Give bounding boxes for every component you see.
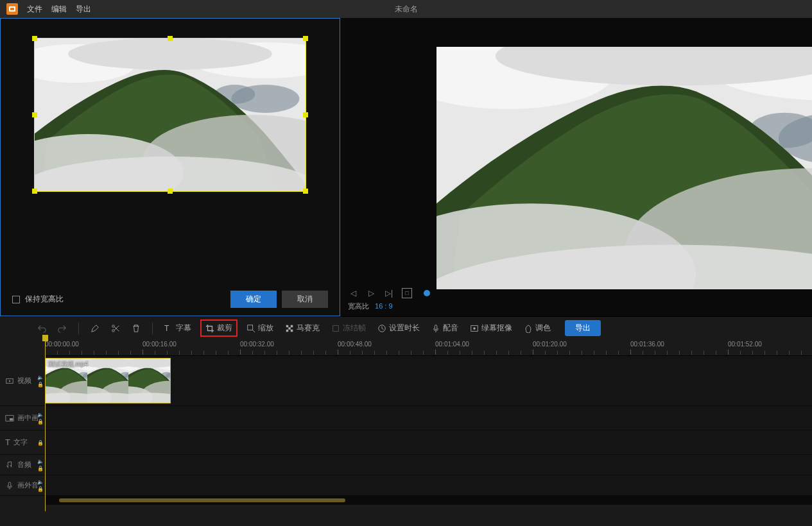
play-button[interactable]: ▷: [366, 288, 376, 298]
aspect-ratio: 宽高比 16 : 9: [348, 301, 393, 311]
timeline-ruler[interactable]: 00:00:00.0000:00:16.0000:00:32.0000:00:4…: [45, 339, 812, 356]
track-voice-label: 画外音: [17, 480, 39, 490]
track-voice-body[interactable]: [45, 475, 812, 495]
track-video-label: 视频: [17, 376, 31, 386]
track-video: 视频 🔈🔒 测试视频.mp4: [0, 356, 812, 406]
svg-rect-21: [435, 325, 437, 329]
track-voice: 画外音 🔈🔒: [0, 475, 812, 496]
aspect-value: 16 : 9: [375, 302, 393, 310]
lock-icon[interactable]: 🔒: [37, 382, 44, 387]
next-frame-button[interactable]: ▷|: [384, 288, 394, 298]
svg-rect-15: [291, 325, 293, 327]
playback-controls: ◁ ▷ ▷| □: [348, 288, 430, 298]
keep-ratio-label: 保持宽高比: [25, 294, 64, 305]
app-logo-icon: [6, 3, 18, 15]
track-audio: 音频 🔈🔒: [0, 455, 812, 475]
svg-point-12: [112, 329, 115, 332]
dub-button[interactable]: 配音: [429, 321, 461, 335]
preview-panel: ◁ ▷ ▷| □ 宽高比 16 : 9: [340, 18, 812, 316]
cancel-button[interactable]: 取消: [282, 291, 328, 308]
playhead[interactable]: [45, 335, 46, 511]
ok-button[interactable]: 确定: [230, 291, 277, 308]
crop-footer: 保持宽高比 确定 取消: [12, 291, 328, 308]
svg-point-23: [473, 327, 476, 330]
track-pip: 画中画 🔈🔒: [0, 406, 812, 430]
track-video-body[interactable]: 测试视频.mp4: [45, 356, 812, 405]
svg-rect-13: [248, 325, 253, 330]
ruler-mark: 00:00:32.00: [240, 341, 274, 348]
menu-edit[interactable]: 编辑: [51, 4, 67, 15]
track-audio-label: 音频: [17, 460, 31, 470]
svg-rect-14: [286, 325, 289, 327]
pip-track-icon: [5, 414, 14, 423]
video-track-icon: [5, 377, 14, 386]
voice-track-icon: [5, 481, 14, 490]
subtitle-button[interactable]: T字幕: [162, 321, 194, 335]
timeline-toolbar: T字幕 裁剪 缩放 马赛克 冻结帧 设置时长 配音 绿幕抠像 调色 导出: [0, 316, 812, 339]
menu-file[interactable]: 文件: [27, 4, 42, 15]
edit-button[interactable]: [88, 322, 102, 335]
aspect-label-text: 宽高比: [348, 302, 369, 310]
crop-tool-button[interactable]: 裁剪: [200, 319, 238, 337]
preview-image: [436, 47, 812, 289]
scrollbar-thumb[interactable]: [59, 498, 346, 502]
split-button[interactable]: [108, 322, 123, 335]
svg-rect-28: [8, 482, 11, 486]
ruler-mark: 00:00:16.00: [143, 341, 177, 348]
ruler-mark: 00:01:52.00: [728, 341, 762, 348]
ruler-mark: 00:00:48.00: [338, 341, 372, 348]
redo-button[interactable]: [55, 322, 69, 335]
menu-export[interactable]: 导出: [76, 4, 91, 15]
duration-button[interactable]: 设置时长: [375, 321, 422, 335]
svg-rect-10: [10, 8, 14, 10]
track-pip-label: 画中画: [17, 413, 39, 423]
upper-area: 保持宽高比 确定 取消 ◁ ▷ ▷| □ 宽高比 16 : 9: [0, 18, 812, 316]
mute-icon[interactable]: 🔈: [37, 375, 44, 380]
color-button[interactable]: 调色: [521, 321, 553, 335]
playhead-dot-icon[interactable]: [424, 290, 430, 296]
delete-button[interactable]: [129, 322, 143, 335]
stop-button[interactable]: □: [402, 288, 412, 298]
keep-ratio-checkbox[interactable]: [12, 296, 20, 303]
track-pip-body[interactable]: [45, 406, 812, 430]
svg-point-11: [112, 325, 115, 327]
track-text-label: 文字: [13, 437, 28, 447]
svg-rect-27: [10, 418, 13, 421]
track-audio-body[interactable]: [45, 455, 812, 475]
video-clip[interactable]: 测试视频.mp4: [45, 358, 171, 403]
svg-rect-17: [286, 329, 289, 332]
greenscreen-button[interactable]: 绿幕抠像: [467, 321, 515, 335]
crop-image: [34, 38, 306, 192]
audio-track-icon: [5, 461, 14, 470]
timeline-scrollbar[interactable]: [45, 496, 812, 505]
crop-viewport[interactable]: [34, 38, 306, 192]
ruler-mark: 00:01:04.00: [435, 341, 469, 348]
ruler-mark: 00:01:20.00: [533, 341, 567, 348]
mosaic-button[interactable]: 马赛克: [282, 321, 322, 335]
freeze-button[interactable]: 冻结帧: [329, 321, 368, 335]
menubar: 文件 编辑 导出 未命名: [0, 0, 812, 18]
svg-rect-19: [333, 325, 339, 331]
project-title: 未命名: [395, 4, 418, 15]
undo-button[interactable]: [35, 322, 49, 335]
ruler-mark: 00:01:36.00: [630, 341, 664, 348]
svg-rect-16: [288, 327, 291, 330]
ruler-mark: 00:00:00.00: [45, 341, 79, 348]
export-button[interactable]: 导出: [565, 320, 601, 336]
tracks: 视频 🔈🔒 测试视频.mp4 画中画 🔈🔒 T 文字 🔒: [0, 356, 812, 496]
text-track-icon: T: [5, 437, 10, 447]
clip-name: 测试视频.mp4: [48, 360, 88, 369]
svg-rect-18: [291, 329, 293, 332]
zoom-button[interactable]: 缩放: [244, 321, 276, 335]
crop-panel: 保持宽高比 确定 取消: [0, 18, 340, 316]
track-text-body[interactable]: [45, 430, 812, 454]
track-text: T 文字 🔒: [0, 430, 812, 455]
prev-frame-button[interactable]: ◁: [348, 288, 358, 298]
svg-marker-25: [9, 380, 11, 382]
